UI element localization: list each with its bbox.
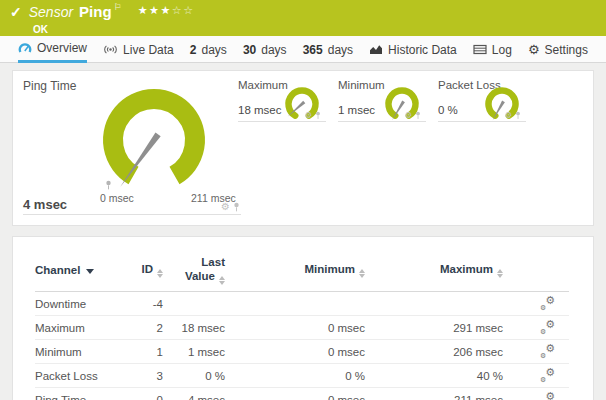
mini-gauge-label: Minimum xyxy=(338,79,385,91)
sensor-title-row: ✓ Sensor Ping ⚐ ★★★☆☆ xyxy=(10,3,195,20)
cell-max: 291 msec xyxy=(365,322,503,334)
channel-settings-gears-icon[interactable]: ⚙⚙ xyxy=(540,297,555,309)
divider xyxy=(238,121,326,122)
cell-channel: Ping Time xyxy=(35,394,135,400)
tab-overview[interactable]: Overview xyxy=(18,36,87,63)
gauge-action-icons: ⚙ xyxy=(405,111,421,120)
channel-settings-cell: ⚙⚙ xyxy=(503,393,569,400)
cell-last: 1 msec xyxy=(163,346,225,358)
mini-gauge-label: Maximum xyxy=(238,79,288,91)
divider xyxy=(338,121,426,122)
priority-stars[interactable]: ★★★☆☆ xyxy=(138,4,195,17)
cell-max: 211 msec xyxy=(365,394,503,400)
historic-data-icon xyxy=(369,44,383,55)
live-data-icon xyxy=(103,44,118,55)
tab-label: Log xyxy=(492,43,512,57)
cell-min: 0 msec xyxy=(225,394,365,400)
channel-settings-gears-icon[interactable]: ⚙⚙ xyxy=(540,393,555,400)
column-header-minimum[interactable]: Minimum xyxy=(225,262,365,278)
tab-label: Live Data xyxy=(123,43,174,57)
tab-365-days[interactable]: 365days xyxy=(303,36,353,63)
cell-channel: Maximum xyxy=(35,322,135,334)
tab-live-data[interactable]: Live Data xyxy=(103,36,174,63)
channel-row-maximum[interactable]: Maximum218 msec0 msec291 msec⚙⚙ xyxy=(35,316,569,340)
cell-id: 2 xyxy=(135,322,163,334)
tab-historic-data[interactable]: Historic Data xyxy=(369,36,457,63)
channel-settings-gears-icon[interactable]: ⚙⚙ xyxy=(540,345,555,357)
divider xyxy=(438,121,526,122)
mini-gauge-packet-loss: Packet Loss0 %⚙ xyxy=(438,77,526,129)
channel-row-downtime[interactable]: Downtime-4⚙⚙ xyxy=(35,292,569,316)
tab-label: days xyxy=(202,43,227,57)
gauge-scale-min: 0 msec xyxy=(100,192,134,204)
tab-log[interactable]: Log xyxy=(473,36,512,63)
gear-icon: ⚙ xyxy=(528,43,540,56)
divider xyxy=(23,214,241,215)
mini-gauge-maximum: Maximum18 msec⚙ xyxy=(238,77,326,129)
column-header-id[interactable]: ID xyxy=(135,262,163,278)
channel-settings-cell: ⚙⚙ xyxy=(503,345,569,359)
overview-panel: Ping Time 0 msec 211 msec 4 msec ⚙ Maxim… xyxy=(12,70,594,226)
pin-icon[interactable] xyxy=(415,111,421,120)
sensor-title[interactable]: Ping xyxy=(79,3,112,20)
status-badge: OK xyxy=(33,24,48,35)
channel-row-packet-loss[interactable]: Packet Loss30 %0 %40 %⚙⚙ xyxy=(35,364,569,388)
gear-icon[interactable]: ⚙ xyxy=(505,111,513,120)
column-header-maximum[interactable]: Maximum xyxy=(365,262,503,278)
cell-channel: Minimum xyxy=(35,346,135,358)
star-filled-icon[interactable]: ★ xyxy=(160,4,171,16)
gauge-action-icons: ⚙ xyxy=(221,202,240,212)
cell-channel: Downtime xyxy=(35,298,135,310)
column-header-channel[interactable]: Channel xyxy=(35,263,135,277)
mini-gauge-value: 18 msec xyxy=(238,104,281,116)
tab-number: 30 xyxy=(243,43,256,57)
pin-icon[interactable] xyxy=(315,111,321,120)
cell-id: 1 xyxy=(135,346,163,358)
tab-label: Historic Data xyxy=(388,43,457,57)
channel-row-ping-time[interactable]: Ping Time04 msec0 msec211 msec⚙⚙ xyxy=(35,388,569,400)
tab-30-days[interactable]: 30days xyxy=(243,36,287,63)
sensor-type-label: Sensor xyxy=(29,4,73,20)
channel-settings-gears-icon[interactable]: ⚙⚙ xyxy=(540,369,555,381)
gauge-icon xyxy=(18,42,32,54)
cell-max: 206 msec xyxy=(365,346,503,358)
status-ok-check-icon: ✓ xyxy=(10,4,22,20)
mini-gauges: Maximum18 msec⚙Minimum1 msec⚙Packet Loss… xyxy=(238,77,538,129)
cell-min: 0 % xyxy=(225,370,365,382)
gear-icon[interactable]: ⚙ xyxy=(305,111,313,120)
star-filled-icon[interactable]: ★ xyxy=(149,4,160,16)
main-gauge-label: Ping Time xyxy=(23,79,76,93)
cell-channel: Packet Loss xyxy=(35,370,135,382)
tab-2-days[interactable]: 2days xyxy=(190,36,227,63)
flag-icon[interactable]: ⚐ xyxy=(114,2,122,12)
cell-last: 4 msec xyxy=(163,394,225,400)
star-empty-icon[interactable]: ☆ xyxy=(183,4,194,16)
tab-number: 2 xyxy=(190,43,197,57)
mini-gauge-value: 0 % xyxy=(438,104,458,116)
gauge-action-icons: ⚙ xyxy=(505,111,521,120)
mini-gauge-minimum: Minimum1 msec⚙ xyxy=(338,77,426,129)
channels-table: ChannelIDLastValueMinimumMaximumDowntime… xyxy=(13,237,593,400)
star-empty-icon[interactable]: ☆ xyxy=(172,4,183,16)
tab-number: 365 xyxy=(303,43,323,57)
sort-desc-icon xyxy=(86,269,94,274)
cell-max: 40 % xyxy=(365,370,503,382)
tab-settings[interactable]: ⚙Settings xyxy=(528,36,588,63)
tab-label: Overview xyxy=(37,41,87,55)
tab-label: days xyxy=(261,43,286,57)
channel-settings-gears-icon[interactable]: ⚙⚙ xyxy=(540,321,555,333)
cell-min: 0 msec xyxy=(225,346,365,358)
gauge-action-icons: ⚙ xyxy=(305,111,321,120)
gear-icon[interactable]: ⚙ xyxy=(405,111,413,120)
pin-icon[interactable] xyxy=(233,202,240,212)
channel-row-minimum[interactable]: Minimum11 msec0 msec206 msec⚙⚙ xyxy=(35,340,569,364)
channel-settings-cell: ⚙⚙ xyxy=(503,321,569,335)
column-header-last-value[interactable]: LastValue xyxy=(163,255,225,285)
star-filled-icon[interactable]: ★ xyxy=(138,4,149,16)
tab-label: days xyxy=(328,43,353,57)
cell-id: 3 xyxy=(135,370,163,382)
pin-icon[interactable] xyxy=(515,111,521,120)
channels-panel: ChannelIDLastValueMinimumMaximumDowntime… xyxy=(12,236,594,400)
ping-time-value: 4 msec xyxy=(23,197,67,212)
gear-icon[interactable]: ⚙ xyxy=(221,202,230,212)
